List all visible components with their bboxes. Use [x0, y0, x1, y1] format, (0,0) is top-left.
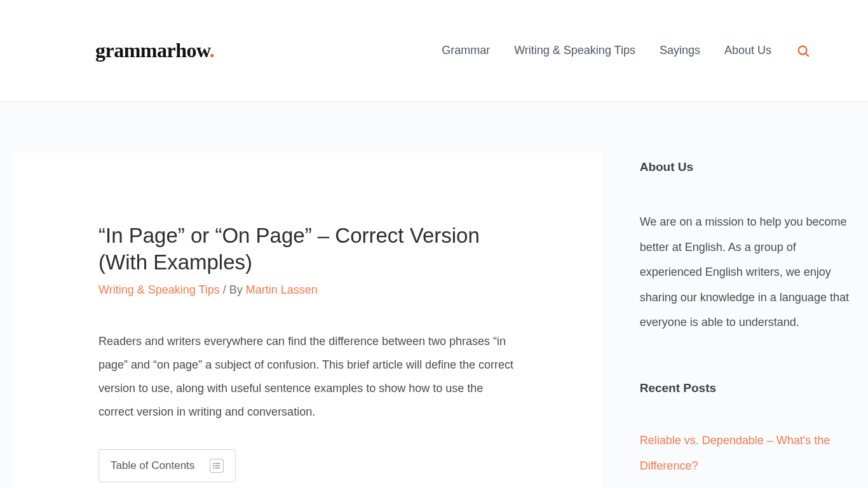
- site-logo[interactable]: grammarhow.: [95, 39, 214, 62]
- nav-item-sayings[interactable]: Sayings: [660, 44, 700, 57]
- sidebar: About Us We are on a mission to help you…: [640, 152, 855, 488]
- recent-post-link[interactable]: Reliable vs. Dependable – What's the Dif…: [640, 428, 855, 478]
- toc-label: Table of Contents: [111, 459, 194, 472]
- svg-line-1: [806, 53, 808, 55]
- logo-dot: .: [210, 39, 215, 62]
- nav-item-about[interactable]: About Us: [724, 44, 771, 57]
- svg-point-6: [214, 466, 214, 466]
- logo-text: grammarhow: [95, 39, 210, 62]
- sidebar-about-text: We are on a mission to help you become b…: [640, 210, 855, 336]
- article-author-link[interactable]: Martin Lassen: [246, 283, 318, 296]
- toc-toggle-button[interactable]: [210, 459, 224, 473]
- article-title: “In Page” or “On Page” – Correct Version…: [98, 222, 516, 276]
- article-meta: Writing & Speaking Tips / By Martin Lass…: [98, 283, 516, 297]
- search-icon[interactable]: [796, 43, 811, 58]
- byline-separator: / By: [220, 283, 246, 296]
- page-body: “In Page” or “On Page” – Correct Version…: [0, 102, 868, 488]
- sidebar-recent-heading: Recent Posts: [640, 381, 855, 395]
- svg-point-5: [214, 463, 214, 464]
- primary-nav: Grammar Writing & Speaking Tips Sayings …: [442, 43, 811, 58]
- article-category-link[interactable]: Writing & Speaking Tips: [98, 283, 220, 296]
- sidebar-about-heading: About Us: [640, 160, 855, 174]
- svg-point-7: [214, 468, 214, 468]
- article-main: “In Page” or “On Page” – Correct Version…: [13, 152, 602, 488]
- table-of-contents: Table of Contents: [98, 449, 236, 482]
- nav-item-grammar[interactable]: Grammar: [442, 44, 490, 57]
- site-header: grammarhow. Grammar Writing & Speaking T…: [0, 0, 868, 102]
- article-intro: Readers and writers everywhere can find …: [98, 330, 516, 424]
- nav-item-writing-speaking[interactable]: Writing & Speaking Tips: [514, 44, 635, 57]
